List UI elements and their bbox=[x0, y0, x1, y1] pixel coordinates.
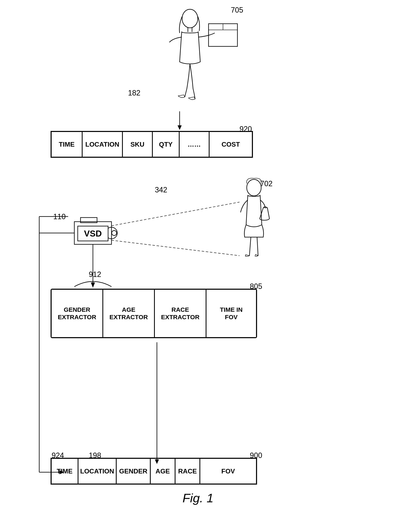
svg-marker-19 bbox=[91, 283, 95, 288]
cell-qty: QTY bbox=[152, 131, 179, 157]
cell-time-fov: TIME IN FOV bbox=[206, 289, 256, 338]
cell-gender-900: GENDER bbox=[116, 458, 150, 484]
svg-line-25 bbox=[257, 237, 258, 256]
vsd-label: VSD bbox=[77, 226, 108, 241]
diagram-container: 705 182 920 TIME LOCATION SKU QTY …… COS… bbox=[0, 0, 396, 532]
svg-line-17 bbox=[111, 240, 239, 256]
cell-cost: COST bbox=[209, 131, 252, 157]
ref-912: 912 bbox=[89, 270, 101, 279]
svg-point-14 bbox=[112, 231, 117, 236]
cell-fov-900: FOV bbox=[200, 458, 256, 484]
ref-182: 182 bbox=[128, 89, 140, 97]
cell-time-900: TIME bbox=[51, 458, 78, 484]
ref-342: 342 bbox=[155, 186, 167, 194]
svg-line-16 bbox=[111, 202, 239, 226]
cell-location-900: LOCATION bbox=[78, 458, 116, 484]
table-920: TIME LOCATION SKU QTY …… COST bbox=[51, 131, 253, 158]
cell-ellipsis: …… bbox=[179, 131, 209, 157]
table-900: TIME LOCATION GENDER AGE RACE FOV bbox=[51, 458, 257, 485]
svg-rect-3 bbox=[209, 24, 238, 46]
cell-sku: SKU bbox=[122, 131, 152, 157]
cell-race-extractor: RACE EXTRACTOR bbox=[154, 289, 206, 338]
ref-110: 110 bbox=[53, 212, 66, 221]
cell-location: LOCATION bbox=[82, 131, 122, 157]
person-702-svg bbox=[231, 177, 277, 264]
extractor-box-805: GENDER EXTRACTOR AGE EXTRACTOR RACE EXTR… bbox=[51, 289, 257, 338]
svg-rect-15 bbox=[81, 218, 97, 223]
svg-point-23 bbox=[247, 179, 261, 196]
cell-age-900: AGE bbox=[150, 458, 175, 484]
fig-label: Fig. 1 bbox=[182, 491, 214, 505]
ref-705: 705 bbox=[231, 6, 243, 14]
svg-marker-7 bbox=[178, 125, 182, 130]
svg-line-24 bbox=[249, 237, 251, 256]
cell-age-extractor: AGE EXTRACTOR bbox=[103, 289, 154, 338]
cell-race-900: RACE bbox=[175, 458, 200, 484]
cell-time: TIME bbox=[51, 131, 82, 157]
svg-point-0 bbox=[182, 9, 198, 28]
cell-gender-extractor: GENDER EXTRACTOR bbox=[51, 289, 103, 338]
